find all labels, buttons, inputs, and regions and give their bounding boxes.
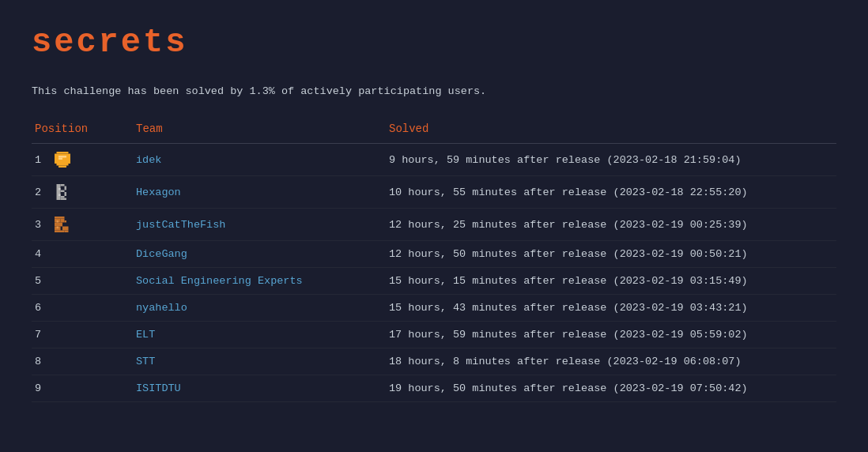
position-number: 1 bbox=[35, 154, 49, 166]
page-title: secrets bbox=[32, 24, 836, 62]
position-number: 9 bbox=[35, 382, 49, 394]
svg-rect-22 bbox=[65, 220, 67, 223]
table-row: 1 idek 9 hours, 59 minutes after release… bbox=[32, 144, 836, 176]
position-number: 8 bbox=[35, 356, 49, 367]
position-cell: 8 bbox=[32, 348, 126, 375]
position-number: 4 bbox=[35, 248, 49, 260]
svg-rect-17 bbox=[55, 217, 65, 219]
svg-rect-11 bbox=[65, 192, 67, 196]
team-cell: ISITDTU bbox=[126, 375, 379, 402]
svg-rect-12 bbox=[61, 198, 67, 201]
team-cell: STT bbox=[126, 348, 379, 375]
svg-rect-3 bbox=[58, 166, 66, 168]
solved-cell: 17 hours, 59 minutes after release (2023… bbox=[379, 322, 836, 348]
team-cell: Social Engineering Experts bbox=[126, 268, 379, 295]
team-link[interactable]: idek bbox=[136, 154, 161, 166]
team-link[interactable]: ISITDTU bbox=[136, 382, 181, 394]
table-row: 4 DiceGang 12 hours, 50 minutes after re… bbox=[32, 241, 836, 268]
team-link[interactable]: STT bbox=[136, 356, 155, 367]
svg-rect-6 bbox=[57, 184, 61, 200]
svg-rect-23 bbox=[66, 227, 69, 231]
table-row: 2 Hexagon 10 hours, 55 minutes after rel… bbox=[32, 176, 836, 209]
svg-rect-10 bbox=[65, 186, 67, 190]
team-link[interactable]: DiceGang bbox=[136, 248, 187, 260]
position-number: 5 bbox=[35, 275, 49, 287]
svg-rect-5 bbox=[58, 158, 62, 160]
svg-rect-24 bbox=[65, 231, 69, 233]
solved-cell: 15 hours, 15 minutes after release (2023… bbox=[379, 268, 836, 295]
team-cell: idek bbox=[126, 144, 379, 176]
svg-rect-4 bbox=[58, 156, 66, 158]
table-row: 5 Social Engineering Experts 15 hours, 1… bbox=[32, 268, 836, 295]
position-number: 6 bbox=[35, 302, 49, 314]
position-number: 2 bbox=[35, 186, 49, 198]
position-cell: 5 bbox=[32, 268, 126, 295]
bronze-badge-icon bbox=[54, 216, 71, 233]
svg-rect-14 bbox=[58, 194, 61, 197]
solved-cell: 15 hours, 43 minutes after release (2023… bbox=[379, 295, 836, 322]
svg-rect-8 bbox=[61, 190, 65, 193]
svg-rect-18 bbox=[55, 223, 62, 227]
position-cell: 6 bbox=[32, 295, 126, 322]
team-link[interactable]: Social Engineering Experts bbox=[136, 275, 303, 287]
svg-rect-2 bbox=[57, 164, 69, 166]
table-row: 7 ELT 17 hours, 59 minutes after release… bbox=[32, 322, 836, 348]
svg-rect-21 bbox=[62, 227, 66, 231]
position-cell: 3 bbox=[32, 209, 126, 241]
table-row: 6 nyahello 15 hours, 43 minutes after re… bbox=[32, 295, 836, 322]
solved-cell: 12 hours, 25 minutes after release (2023… bbox=[379, 209, 836, 241]
team-cell: nyahello bbox=[126, 295, 379, 322]
subtitle-text: This challenge has been solved by 1.3% o… bbox=[32, 85, 836, 97]
team-cell: DiceGang bbox=[126, 241, 379, 268]
team-link[interactable]: ELT bbox=[136, 329, 155, 341]
solved-cell: 12 hours, 50 minutes after release (2023… bbox=[379, 241, 836, 268]
team-cell: justCatTheFish bbox=[126, 209, 379, 241]
position-number: 3 bbox=[35, 219, 49, 231]
solved-cell: 18 hours, 8 minutes after release (2023-… bbox=[379, 348, 836, 375]
position-cell: 4 bbox=[32, 241, 126, 268]
gold-badge-icon bbox=[54, 151, 71, 168]
column-header-team: Team bbox=[126, 116, 379, 144]
svg-rect-25 bbox=[57, 220, 59, 223]
column-header-position: Position bbox=[32, 116, 126, 144]
position-cell: 7 bbox=[32, 322, 126, 348]
position-number: 7 bbox=[35, 329, 49, 341]
table-row: 9 ISITDTU 19 hours, 50 minutes after rel… bbox=[32, 375, 836, 402]
team-link[interactable]: nyahello bbox=[136, 302, 187, 314]
team-cell: Hexagon bbox=[126, 176, 379, 209]
table-header-row: Position Team Solved bbox=[32, 116, 836, 144]
solved-cell: 19 hours, 50 minutes after release (2023… bbox=[379, 375, 836, 402]
svg-rect-20 bbox=[61, 219, 65, 223]
svg-rect-0 bbox=[57, 152, 69, 154]
team-link[interactable]: Hexagon bbox=[136, 186, 181, 198]
position-cell: 1 bbox=[32, 144, 126, 176]
solved-cell: 10 hours, 55 minutes after release (2023… bbox=[379, 176, 836, 209]
svg-rect-19 bbox=[55, 231, 65, 233]
svg-rect-9 bbox=[61, 196, 65, 198]
position-cell: 2 bbox=[32, 176, 126, 209]
svg-rect-26 bbox=[57, 227, 59, 229]
solved-cell: 9 hours, 59 minutes after release (2023-… bbox=[379, 144, 836, 176]
team-link[interactable]: justCatTheFish bbox=[136, 219, 225, 231]
position-cell: 9 bbox=[32, 375, 126, 402]
svg-rect-7 bbox=[61, 184, 65, 186]
team-cell: ELT bbox=[126, 322, 379, 348]
scoreboard-table: Position Team Solved 1 idek 9 hours, 59 … bbox=[32, 116, 836, 402]
silver-badge-icon bbox=[54, 183, 71, 201]
svg-rect-13 bbox=[58, 188, 61, 190]
table-row: 8 STT 18 hours, 8 minutes after release … bbox=[32, 348, 836, 375]
column-header-solved: Solved bbox=[379, 116, 836, 144]
table-row: 3 justCatTheFish 12 hours, 25 minutes af… bbox=[32, 209, 836, 241]
